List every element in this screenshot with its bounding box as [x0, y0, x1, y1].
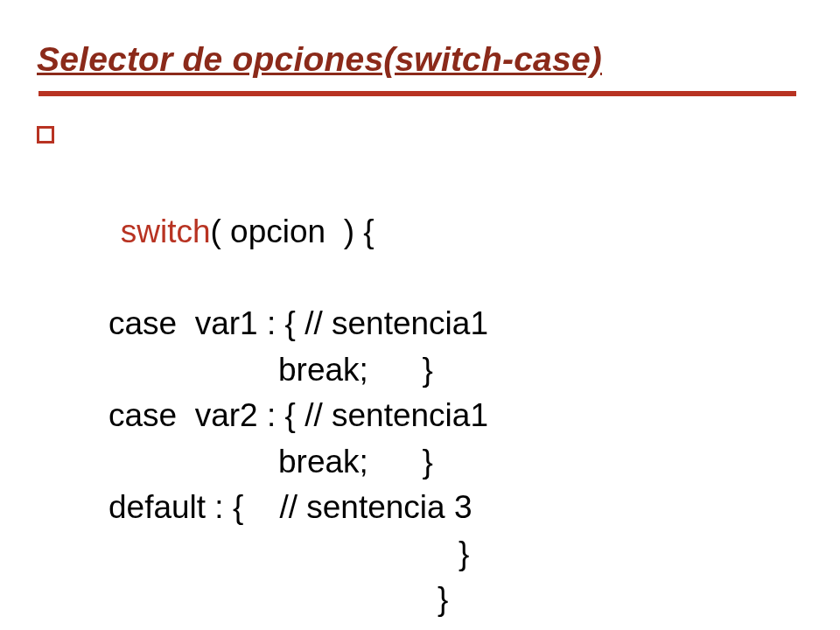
title-underline-rule	[38, 91, 796, 96]
square-bullet-icon	[37, 126, 54, 144]
code-block: switch( opcion ) { case var1 : { // sent…	[37, 117, 803, 623]
keyword-switch: switch	[121, 214, 211, 249]
code-line-2: case var1 : { // sentencia1	[66, 301, 803, 347]
code-line-7: }	[66, 531, 803, 578]
slide-title: Selector de opciones(switch-case)	[37, 40, 803, 79]
code-line-1: switch( opcion ) {	[66, 117, 803, 301]
code-line-4: case var2 : { // sentencia1	[66, 393, 803, 439]
code-line-3: break; }	[66, 347, 803, 394]
code-line-5: break; }	[66, 439, 803, 486]
slide: Selector de opciones(switch-case) switch…	[0, 0, 840, 630]
code-line-8: }	[66, 577, 803, 623]
code-line-6: default : { // sentencia 3	[66, 485, 803, 531]
code-text: ( opcion ) {	[211, 214, 374, 249]
